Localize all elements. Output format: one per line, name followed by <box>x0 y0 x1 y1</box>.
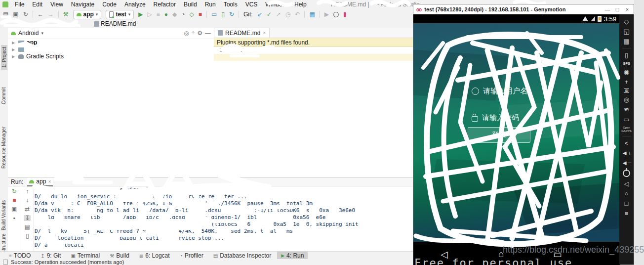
breadcrumb-file[interactable]: README.md <box>101 20 136 27</box>
toolwindow-profiler[interactable]: ◔Profiler <box>176 252 207 260</box>
menu-edit[interactable]: Edit <box>29 0 46 8</box>
down-stack-trace-icon[interactable]: ↓ <box>26 197 29 203</box>
emulator-screen[interactable]: 请输入用户名 请输入密码 登录 <box>413 23 620 242</box>
locate-file-icon[interactable]: ◎ <box>184 30 189 37</box>
sidebar-item-build-variants[interactable]: Build Variants <box>1 200 6 230</box>
rotate-screen-icon[interactable]: ◇ <box>624 18 629 25</box>
hide-panel-icon[interactable]: — <box>205 30 211 37</box>
tree-item-app[interactable]: ▶ app <box>8 39 214 46</box>
avd-manager-icon[interactable]: ▭ <box>211 11 217 17</box>
project-view-selector[interactable]: Android <box>18 30 39 37</box>
toolwindow-terminal[interactable]: ▣Terminal <box>67 252 104 260</box>
rollback-icon[interactable]: ↶ <box>295 11 300 17</box>
attach-debugger-icon[interactable]: ◆ <box>172 11 177 17</box>
battery-widget-icon[interactable]: ▯ <box>625 52 628 58</box>
restore-layout-icon[interactable]: ▣ <box>11 206 17 212</box>
username-field[interactable]: 请输入用户名 <box>472 87 527 96</box>
run-icon[interactable]: ▶ <box>138 11 143 17</box>
clear-console-icon[interactable]: ▯ <box>26 233 29 239</box>
menu-icon[interactable]: ≡ <box>625 210 629 217</box>
stop-icon[interactable]: ■ <box>199 11 202 17</box>
share-icon[interactable]: < <box>625 140 629 146</box>
tree-item-library[interactable]: ▶ <box>8 46 214 53</box>
search-everywhere-icon[interactable] <box>333 12 339 17</box>
toolwindow-git[interactable]: ↥9: Git <box>37 252 65 260</box>
expand-arrow-icon[interactable]: ▶ <box>12 47 16 52</box>
minimize-button[interactable]: — <box>604 6 611 12</box>
code-line-2-caret[interactable] <box>214 54 413 61</box>
camera-widget-icon[interactable]: ◉ <box>624 69 629 75</box>
close-icon[interactable]: × <box>48 179 51 184</box>
tree-item-gradle-scripts[interactable]: ▶ Gradle Scripts <box>8 53 214 60</box>
stop-icon[interactable]: ■ <box>12 197 16 203</box>
menu-analyze[interactable]: Analyze <box>121 0 149 8</box>
menu-navigate[interactable]: Navigate <box>68 0 98 8</box>
tab-readme[interactable]: README.md × <box>214 28 270 38</box>
back-icon[interactable]: ← <box>38 11 43 17</box>
collapse-all-icon[interactable]: ÷ <box>192 30 195 37</box>
menu-tools[interactable]: Tools <box>220 0 241 8</box>
capture-icon[interactable]: ◎ <box>624 96 629 103</box>
password-field[interactable]: 请输入密码 <box>472 113 519 123</box>
git-push-icon[interactable]: ↗ <box>276 11 281 17</box>
plugin-notification-bar[interactable]: Plugins supporting *.md files found. <box>214 38 413 47</box>
login-button[interactable]: 登录 <box>468 127 530 143</box>
print-icon[interactable]: ▤ <box>25 224 30 230</box>
git-update-icon[interactable]: ↙ <box>257 11 262 17</box>
device-manager-icon[interactable]: ▯ <box>221 11 225 17</box>
logcat-console[interactable]: du locatio ervice star 4372 D/ du_lo ion… <box>35 186 413 252</box>
run-list-icon[interactable]: ≡ <box>157 11 160 17</box>
menu-file[interactable]: File <box>11 0 28 8</box>
debug-attach-icon[interactable]: ◇ <box>189 11 194 17</box>
close-icon[interactable]: × <box>263 30 266 36</box>
run-config-selector[interactable]: app ▾ <box>73 10 102 19</box>
forward-icon[interactable]: → <box>48 11 54 17</box>
pin-icon[interactable]: ▪ <box>13 215 15 221</box>
menu-code[interactable]: Code <box>99 0 120 8</box>
toolwindow-run[interactable]: ▶4: Run <box>277 252 308 260</box>
identifiers-icon[interactable]: ID <box>624 88 629 93</box>
profiler-icon[interactable]: ▮ <box>343 11 347 17</box>
gps-widget-icon[interactable]: GPS <box>623 62 630 65</box>
run-anything-icon[interactable]: ▶ <box>324 11 329 17</box>
sync-icon[interactable]: ↻ <box>23 11 28 17</box>
expand-arrow-icon[interactable]: ▶ <box>12 54 16 59</box>
debug-icon[interactable]: ● <box>164 11 168 17</box>
project-structure-icon[interactable]: ▦ <box>309 11 315 17</box>
git-commit-icon[interactable]: ✓ <box>267 11 272 17</box>
save-icon[interactable]: ▣ <box>13 11 18 17</box>
open-icon[interactable]: ▤ <box>3 11 8 17</box>
menu-vcs[interactable]: VCS <box>242 0 261 8</box>
toolwindow-database-inspector[interactable]: ▤Database Inspector <box>209 252 276 260</box>
network-icon[interactable]: ≋ <box>624 106 629 113</box>
rerun-icon[interactable]: ↻ <box>12 188 17 194</box>
menu-help[interactable]: Help <box>291 0 310 8</box>
profile-icon[interactable]: ◔ <box>181 11 185 17</box>
remote-control-icon[interactable]: + <box>625 79 629 85</box>
sidebar-item-project[interactable]: 1: Project <box>1 45 7 70</box>
settings-gear-icon[interactable]: ⚙ <box>197 30 202 37</box>
history-icon[interactable]: ◷ <box>285 11 290 17</box>
scroll-to-end-icon[interactable]: ↧ <box>24 215 31 221</box>
menu-refactor[interactable]: Refactor <box>150 0 179 8</box>
device-selector[interactable]: test ▾ <box>106 10 134 19</box>
back-icon[interactable]: ◁ <box>624 180 629 187</box>
run-tab-app[interactable]: app × <box>27 177 53 186</box>
sidebar-item-resource-manager[interactable]: Resource Manager <box>1 127 6 169</box>
expand-arrow-icon[interactable]: ▶ <box>12 41 16 45</box>
menu-run[interactable]: Run <box>201 0 219 8</box>
close-button[interactable]: × <box>624 6 631 12</box>
open-gapps-icon[interactable]: Open GAPPS <box>619 126 634 132</box>
genymotion-titlebar[interactable]: oo test (768x1280, 240dpi) - 192.168.158… <box>413 4 634 15</box>
recents-icon[interactable]: □ <box>625 200 629 207</box>
menu-view[interactable]: View <box>47 0 67 8</box>
gradle-sync-icon[interactable]: ↻ <box>229 11 234 17</box>
code-line-1[interactable]: # <box>225 47 413 54</box>
soft-wrap-icon[interactable]: ⇄ <box>25 206 30 212</box>
menu-build[interactable]: Build <box>180 0 201 8</box>
sidebar-item-commit[interactable]: Commit <box>1 88 6 104</box>
volume-up-icon[interactable]: ◄+ <box>621 150 631 156</box>
build-hammer-icon[interactable]: ⚒ <box>63 11 69 17</box>
volume-down-icon[interactable]: ◄− <box>621 160 631 166</box>
toolwindow-todo[interactable]: ≡TODO <box>5 252 35 260</box>
